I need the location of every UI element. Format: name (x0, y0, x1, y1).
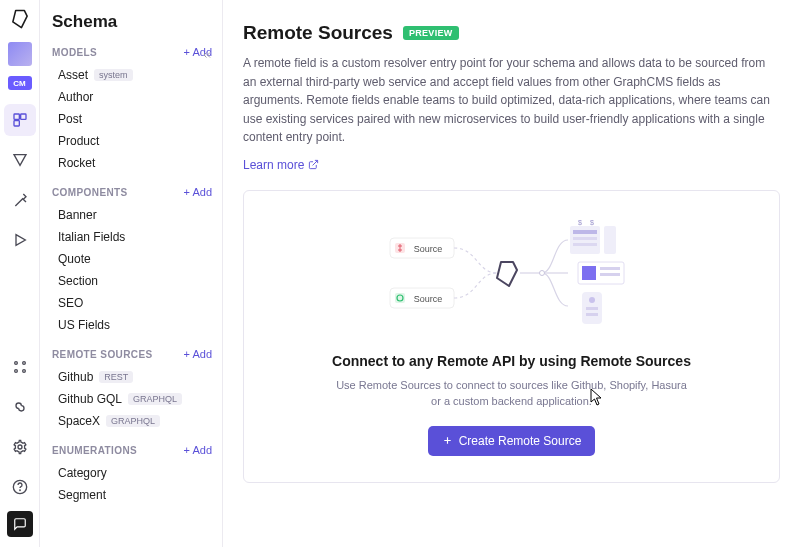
sidebar-item-asset[interactable]: Assetsystem (52, 64, 212, 86)
sidebar-item-italian-fields[interactable]: Italian Fields (52, 226, 212, 248)
source-label: Source (413, 244, 442, 254)
svg-rect-23 (604, 226, 616, 254)
sidebar-item-spacex[interactable]: SpaceXGRAPHQL (52, 410, 212, 432)
svg-point-16 (539, 270, 544, 275)
card-subtext: Use Remote Sources to connect to sources… (332, 377, 692, 410)
svg-rect-19 (573, 237, 597, 240)
svg-rect-0 (14, 114, 19, 119)
svg-marker-3 (16, 235, 25, 246)
sidebar-item-us-fields[interactable]: US Fields (52, 314, 212, 336)
svg-rect-2 (14, 121, 19, 126)
tag-graphql: GRAPHQL (106, 415, 160, 427)
section-head-components: COMPONENTS Add (52, 186, 212, 198)
logo-icon (9, 8, 31, 30)
sidebar-item-post[interactable]: Post (52, 108, 212, 130)
nav-settings-icon[interactable] (4, 431, 36, 463)
source-label: Source (413, 294, 442, 304)
nav-chat-icon[interactable] (7, 511, 33, 537)
sidebar-item-segment[interactable]: Segment (52, 484, 212, 506)
sidebar-item-author[interactable]: Author (52, 86, 212, 108)
svg-point-5 (22, 362, 25, 365)
svg-point-7 (22, 370, 25, 373)
collapse-sidebar-icon[interactable] (198, 46, 216, 64)
sidebar: Schema MODELS Add Assetsystem Author Pos… (40, 0, 223, 547)
nav-playground-icon[interactable] (4, 224, 36, 256)
plus-icon (442, 435, 453, 446)
svg-point-4 (14, 362, 17, 365)
card-heading: Connect to any Remote API by using Remot… (266, 353, 757, 369)
nav-schema-icon[interactable] (4, 104, 36, 136)
avatar[interactable] (8, 42, 32, 66)
section-title: REMOTE SOURCES (52, 349, 153, 360)
sidebar-item-quote[interactable]: Quote (52, 248, 212, 270)
svg-point-10 (19, 490, 20, 491)
svg-rect-1 (20, 114, 25, 119)
add-enumeration-button[interactable]: Add (184, 444, 212, 456)
nav-webhooks-icon[interactable] (4, 391, 36, 423)
sidebar-item-category[interactable]: Category (52, 462, 212, 484)
page-title: Remote Sources (243, 22, 393, 44)
svg-text:$: $ (590, 220, 594, 226)
sidebar-item-seo[interactable]: SEO (52, 292, 212, 314)
svg-text:$: $ (578, 220, 582, 226)
project-badge[interactable]: CM (8, 76, 32, 90)
icon-rail: CM (0, 0, 40, 547)
tag-graphql: GRAPHQL (128, 393, 182, 405)
sidebar-item-github-gql[interactable]: Github GQLGRAPHQL (52, 388, 212, 410)
svg-point-6 (14, 370, 17, 373)
svg-rect-18 (573, 230, 597, 234)
svg-point-29 (589, 297, 595, 303)
page-description: A remote field is a custom resolver entr… (243, 54, 780, 147)
nav-apps-icon[interactable] (4, 351, 36, 383)
sidebar-item-github[interactable]: GithubREST (52, 366, 212, 388)
tag-system: system (94, 69, 133, 81)
sidebar-item-banner[interactable]: Banner (52, 204, 212, 226)
svg-point-8 (18, 445, 22, 449)
sidebar-item-section[interactable]: Section (52, 270, 212, 292)
section-head-models: MODELS Add (52, 46, 212, 58)
main-content: Remote Sources PREVIEW A remote field is… (223, 0, 800, 547)
section-title: COMPONENTS (52, 187, 128, 198)
svg-rect-26 (600, 267, 620, 270)
sidebar-title: Schema (52, 12, 212, 32)
sidebar-item-rocket[interactable]: Rocket (52, 152, 212, 174)
section-title: MODELS (52, 47, 97, 58)
svg-rect-25 (582, 266, 596, 280)
add-component-button[interactable]: Add (184, 186, 212, 198)
section-head-remote: REMOTE SOURCES Add (52, 348, 212, 360)
svg-rect-30 (586, 307, 598, 310)
illustration: Source Source (266, 215, 757, 335)
preview-badge: PREVIEW (403, 26, 459, 40)
add-remote-button[interactable]: Add (184, 348, 212, 360)
section-head-enumerations: ENUMERATIONS Add (52, 444, 212, 456)
nav-content-icon[interactable] (4, 144, 36, 176)
section-title: ENUMERATIONS (52, 445, 137, 456)
learn-more-link[interactable]: Learn more (243, 158, 319, 172)
tag-rest: REST (99, 371, 133, 383)
external-link-icon (308, 159, 319, 170)
svg-rect-20 (573, 243, 597, 246)
sidebar-item-product[interactable]: Product (52, 130, 212, 152)
nav-help-icon[interactable] (4, 471, 36, 503)
empty-state-card: Source Source (243, 190, 780, 483)
svg-rect-31 (586, 313, 598, 316)
svg-rect-27 (600, 273, 620, 276)
create-remote-source-button[interactable]: Create Remote Source (428, 426, 596, 456)
nav-assets-icon[interactable] (4, 184, 36, 216)
